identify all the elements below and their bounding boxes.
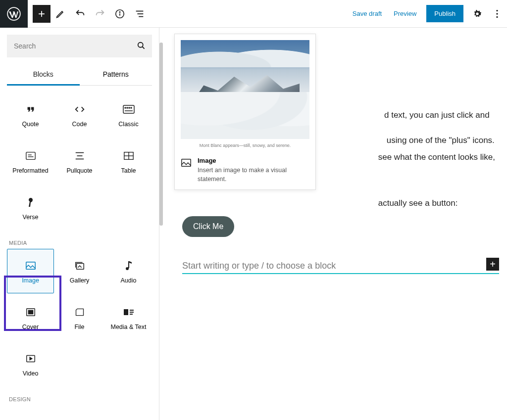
svg-rect-27	[128, 261, 129, 268]
block-audio[interactable]: Audio	[105, 249, 152, 293]
svg-point-7	[138, 43, 143, 47]
tab-blocks[interactable]: Blocks	[7, 64, 80, 86]
details-info-icon[interactable]	[110, 4, 130, 24]
block-file[interactable]: File	[56, 295, 103, 340]
media-section-title: MEDIA	[9, 240, 152, 246]
svg-point-11	[127, 107, 128, 108]
svg-point-4	[496, 9, 498, 11]
block-classic[interactable]: Classic	[105, 93, 152, 137]
default-block-appender[interactable]: Start writing or type / to choose a bloc…	[182, 259, 499, 274]
paragraph-block[interactable]: xxxxxxxxxxxxxxxxxxxxxxxxxxxxxxxxxxxxxxxx…	[182, 197, 499, 210]
pullquote-icon	[74, 148, 85, 163]
gallery-icon	[74, 258, 85, 273]
save-draft-button[interactable]: Save draft	[347, 6, 388, 21]
svg-rect-30	[124, 309, 128, 315]
block-preview-card: Mont Blanc appears—still, snowy, and ser…	[174, 34, 316, 190]
block-image[interactable]: Image	[7, 249, 54, 293]
block-cover[interactable]: Cover	[7, 295, 54, 340]
scrollbar-thumb[interactable]	[159, 43, 163, 226]
placeholder-text: Start writing or type / to choose a bloc…	[182, 261, 336, 271]
block-media-text[interactable]: Media & Text	[105, 295, 152, 340]
search-icon	[136, 41, 146, 50]
toggle-block-inserter-button[interactable]: +	[33, 5, 51, 23]
svg-point-5	[496, 13, 498, 14]
tab-patterns[interactable]: Patterns	[80, 64, 152, 85]
classic-icon	[123, 102, 135, 117]
preview-block-title: Image	[198, 157, 309, 164]
wordpress-logo[interactable]	[0, 0, 28, 28]
media-text-icon	[123, 305, 135, 320]
block-table[interactable]: Table	[105, 139, 152, 184]
block-verse[interactable]: Verse	[7, 186, 54, 230]
table-icon	[123, 148, 134, 163]
preview-image	[181, 40, 309, 139]
editor-canvas: Mont Blanc appears—still, snowy, and ser…	[159, 28, 507, 420]
svg-point-10	[125, 107, 126, 108]
svg-line-8	[143, 47, 145, 49]
publish-button[interactable]: Publish	[426, 5, 463, 22]
svg-rect-15	[26, 152, 35, 159]
block-preformatted[interactable]: Preformatted	[7, 139, 54, 184]
preformatted-icon	[25, 148, 36, 163]
svg-point-13	[131, 107, 132, 108]
svg-rect-29	[28, 310, 33, 314]
block-video[interactable]: Video	[7, 342, 54, 386]
block-gallery[interactable]: Gallery	[56, 249, 103, 293]
svg-point-12	[129, 107, 130, 108]
image-icon	[181, 158, 192, 168]
file-icon	[75, 305, 85, 320]
svg-rect-9	[123, 105, 134, 113]
preview-button[interactable]: Preview	[388, 6, 422, 21]
outline-list-view-icon[interactable]	[130, 4, 150, 24]
video-icon	[25, 351, 36, 366]
preview-block-description: Insert an image to make a visual stateme…	[198, 166, 309, 184]
media-blocks-grid: Image Gallery Audio Cover File Media & T…	[7, 249, 152, 386]
preview-caption: Mont Blanc appears—still, snowy, and ser…	[181, 143, 309, 148]
design-section-title: DESIGN	[9, 396, 152, 402]
svg-point-6	[496, 16, 498, 17]
block-search-input[interactable]	[7, 35, 152, 57]
editor-top-toolbar: + Save draft Preview Publish	[0, 0, 507, 28]
block-pullquote[interactable]: Pullquote	[56, 139, 103, 184]
inserter-tabs: Blocks Patterns	[7, 64, 152, 86]
settings-gear-icon[interactable]	[467, 4, 487, 24]
click-me-button[interactable]: Click Me	[182, 216, 234, 237]
image-icon	[25, 258, 36, 273]
verse-icon	[26, 195, 35, 210]
more-options-icon[interactable]	[487, 4, 507, 24]
redo-button[interactable]	[90, 4, 110, 24]
audio-icon	[125, 258, 133, 273]
undo-button[interactable]	[70, 4, 90, 24]
code-icon	[74, 102, 85, 117]
tools-edit-icon[interactable]	[51, 4, 70, 24]
text-blocks-grid: Quote Code Classic Preformatted Pullquot…	[7, 93, 152, 230]
cover-icon	[25, 305, 36, 320]
add-block-button[interactable]: +	[486, 258, 499, 271]
svg-point-3	[119, 11, 120, 12]
block-inserter-panel: Blocks Patterns Quote Code Classic Prefo…	[0, 28, 159, 420]
quote-icon	[25, 102, 36, 117]
block-quote[interactable]: Quote	[7, 93, 54, 137]
block-code[interactable]: Code	[56, 93, 103, 137]
